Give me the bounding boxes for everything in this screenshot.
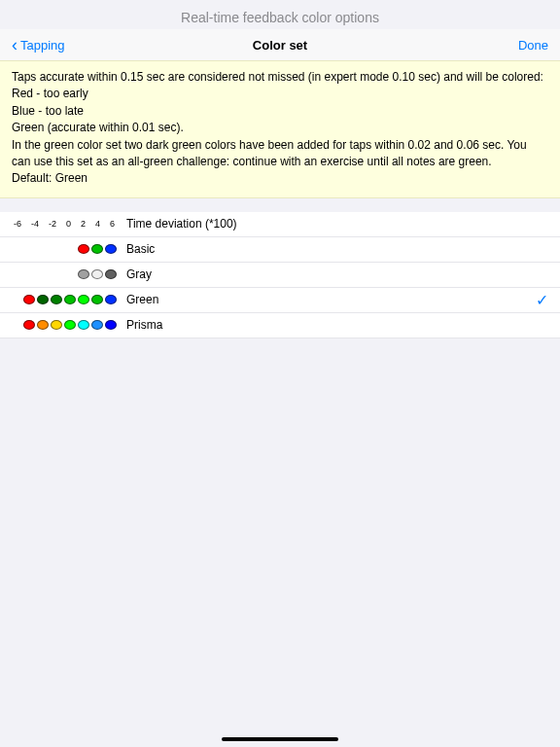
header-row: -6 -4 -2 0 2 4 6 Time deviation (*100) — [0, 212, 560, 237]
color-dot — [91, 269, 103, 279]
color-set-row-basic[interactable]: Basic — [0, 237, 560, 263]
color-dot — [105, 244, 117, 254]
color-dot — [78, 269, 89, 279]
color-dot — [51, 320, 62, 330]
info-line: Red - too early — [12, 86, 548, 102]
color-set-list: -6 -4 -2 0 2 4 6 Time deviation (*100) B… — [0, 212, 560, 338]
info-box: Taps accurate within 0.15 sec are consid… — [0, 60, 560, 198]
back-button[interactable]: ‹ Tapping — [12, 36, 65, 53]
color-dot — [37, 295, 49, 304]
color-dot — [105, 295, 117, 304]
color-dot — [78, 244, 89, 254]
info-line: Green (accurate within 0.01 sec). — [12, 120, 548, 136]
color-swatches — [12, 295, 117, 304]
color-swatches — [12, 320, 117, 330]
color-set-row-gray[interactable]: Gray — [0, 263, 560, 288]
header-label: Time deviation (*100) — [126, 217, 237, 231]
deviation-ticks: -6 -4 -2 0 2 4 6 — [12, 219, 117, 229]
navigation-bar: ‹ Tapping Color set Done — [0, 29, 560, 60]
color-dot — [64, 295, 76, 304]
home-indicator — [222, 737, 338, 741]
row-label: Gray — [126, 267, 152, 281]
row-label: Basic — [126, 242, 155, 256]
row-label: Green — [126, 293, 158, 306]
checkmark-icon: ✓ — [536, 291, 548, 309]
color-dot — [51, 295, 62, 304]
info-line: In the green color set two dark green co… — [12, 137, 548, 171]
row-label: Prisma — [126, 318, 162, 332]
color-set-row-prisma[interactable]: Prisma — [0, 313, 560, 338]
back-label: Tapping — [20, 38, 65, 53]
color-dot — [78, 320, 89, 330]
color-dot — [91, 244, 103, 254]
info-line: Default: Green — [12, 170, 548, 187]
chevron-left-icon: ‹ — [12, 36, 18, 53]
color-swatches — [12, 269, 117, 279]
color-dot — [23, 295, 35, 304]
color-dot — [37, 320, 49, 330]
nav-title: Color set — [0, 38, 560, 53]
color-dot — [91, 320, 103, 330]
info-line: Blue - too late — [12, 103, 548, 120]
color-set-row-green[interactable]: Green ✓ — [0, 288, 560, 313]
color-dot — [23, 320, 35, 330]
color-dot — [78, 295, 89, 304]
color-dot — [91, 295, 103, 304]
color-dot — [105, 320, 117, 330]
color-dot — [105, 269, 117, 279]
info-line: Taps accurate within 0.15 sec are consid… — [12, 69, 548, 86]
color-dot — [64, 320, 76, 330]
color-swatches — [12, 244, 117, 254]
done-button[interactable]: Done — [518, 38, 548, 53]
page-subtitle: Real-time feedback color options — [0, 8, 560, 29]
